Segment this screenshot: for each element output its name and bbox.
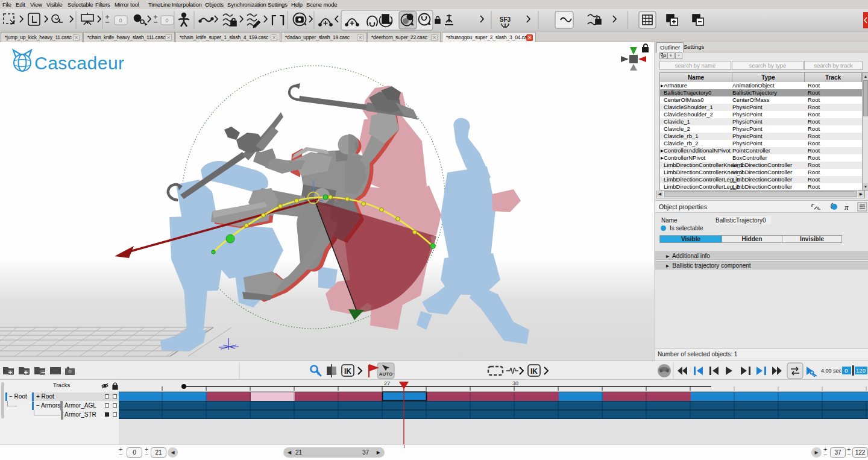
svg-text:30: 30 xyxy=(512,380,518,386)
svg-text:IK: IK xyxy=(530,367,538,376)
svg-text:0: 0 xyxy=(119,17,122,24)
svg-text:IK: IK xyxy=(344,367,351,376)
svg-text:27: 27 xyxy=(384,380,390,386)
svg-text:Cascadeur: Cascadeur xyxy=(34,53,125,73)
svg-text:120: 120 xyxy=(856,367,866,374)
svg-text:π: π xyxy=(844,203,849,212)
svg-text:4.00 sec: 4.00 sec xyxy=(821,368,842,374)
svg-text:0: 0 xyxy=(844,367,848,374)
svg-text:AUTO: AUTO xyxy=(379,371,393,377)
svg-text:SF3: SF3 xyxy=(500,16,511,23)
svg-text:0: 0 xyxy=(165,17,168,24)
